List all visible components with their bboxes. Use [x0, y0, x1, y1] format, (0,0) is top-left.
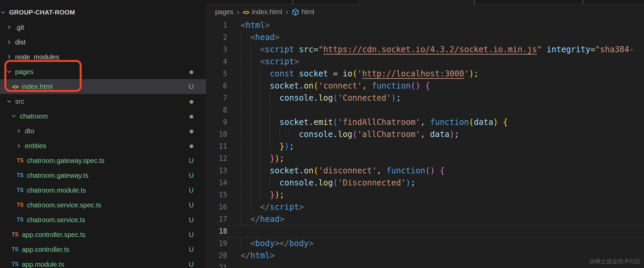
- line-number: 15: [206, 189, 227, 201]
- tab-partial-4[interactable]: [583, 0, 644, 5]
- item-label: dto: [25, 127, 34, 135]
- breadcrumb-item-index-html[interactable]: <>index.html: [243, 8, 282, 16]
- project-root-header[interactable]: GROUP-CHAT-ROOM: [0, 5, 206, 20]
- symbol-cube-icon: [291, 8, 301, 16]
- sidebar-item-app-controller-spec-ts[interactable]: TSapp.controller.spec.tsU: [0, 227, 206, 242]
- line-number: 21: [206, 262, 227, 268]
- sidebar-item-chatroom-service-ts[interactable]: TSchatroom.service.tsU: [0, 212, 206, 227]
- chevron-right-icon: [6, 24, 12, 30]
- code-line-5[interactable]: 5 const socket = io('http://localhost:30…: [206, 68, 644, 80]
- line-content: <html>: [227, 19, 644, 31]
- chevron-right-icon: [16, 143, 22, 149]
- git-untracked-badge: U: [187, 83, 196, 91]
- code-line-2[interactable]: 2 <head>: [206, 31, 644, 43]
- typescript-file-icon: TS: [16, 172, 25, 178]
- git-untracked-badge: U: [187, 201, 196, 209]
- code-line-4[interactable]: 4 <script>: [206, 56, 644, 68]
- line-content: [227, 262, 644, 268]
- html-file-icon: <>: [11, 83, 19, 90]
- line-content: console.log('Disconnected');: [227, 177, 644, 189]
- line-content: [227, 225, 644, 237]
- code-line-18[interactable]: 18: [206, 225, 644, 237]
- typescript-file-icon: TS: [16, 217, 25, 223]
- code-line-8[interactable]: 8: [206, 104, 644, 116]
- sidebar-item-pages[interactable]: pages: [0, 64, 206, 79]
- sidebar-item-chatroom-service-spec-ts[interactable]: TSchatroom.service.spec.tsU: [0, 198, 206, 212]
- tab-partial-2[interactable]: [293, 0, 357, 5]
- code-line-16[interactable]: 16 </script>: [206, 201, 644, 213]
- sidebar-item-dist[interactable]: dist: [0, 35, 206, 49]
- line-content: <head>: [227, 31, 644, 43]
- typescript-spec-file-icon: TS: [16, 158, 25, 164]
- code-line-9[interactable]: 9 socket.emit('findAllChatroom', functio…: [206, 116, 644, 128]
- sidebar-item-dto[interactable]: dto: [0, 124, 206, 138]
- line-number: 16: [206, 201, 227, 213]
- code-line-12[interactable]: 12 });: [206, 153, 644, 165]
- code-line-14[interactable]: 14 console.log('Disconnected');: [206, 177, 644, 189]
- code-line-10[interactable]: 10 console.log('allChatroom', data);: [206, 128, 644, 140]
- line-number: 4: [206, 56, 227, 68]
- sidebar-item-entities[interactable]: entities: [0, 138, 206, 153]
- sidebar-item-src[interactable]: src: [0, 94, 206, 109]
- sidebar-item-chatroom-gateway-spec-ts[interactable]: TSchatroom.gateway.spec.tsU: [0, 153, 206, 168]
- chevron-right-icon: [6, 39, 12, 45]
- code-editor[interactable]: 1<html>2 <head>3 <script src="https://cd…: [206, 19, 644, 268]
- breadcrumb-label: html: [301, 8, 314, 16]
- line-number: 2: [206, 31, 227, 43]
- sidebar-item-index-html[interactable]: <>index.htmlU: [0, 79, 206, 94]
- breadcrumb-item-pages[interactable]: pages: [215, 8, 234, 16]
- sidebar-item-chatroom-module-ts[interactable]: TSchatroom.module.tsU: [0, 183, 206, 198]
- line-content: </script>: [227, 201, 644, 213]
- git-untracked-dot-badge: [187, 127, 196, 135]
- git-untracked-badge: U: [187, 216, 196, 224]
- code-line-20[interactable]: 20</html>: [206, 249, 644, 262]
- sidebar-item-chatroom[interactable]: chatroom: [0, 109, 206, 124]
- code-line-3[interactable]: 3 <script src="https://cdn.socket.io/4.3…: [206, 43, 644, 56]
- code-line-1[interactable]: 1<html>: [206, 19, 644, 31]
- line-content: <body></body>: [227, 237, 644, 249]
- code-line-17[interactable]: 17 </head>: [206, 213, 644, 225]
- sidebar-item-app-controller-ts[interactable]: TSapp.controller.tsU: [0, 242, 206, 257]
- line-content: });: [227, 153, 644, 165]
- breadcrumb-item-html[interactable]: html: [291, 8, 314, 16]
- editor-pane: pages›<>index.html›html 1<html>2 <head>3…: [206, 0, 644, 268]
- line-content: <script>: [227, 56, 644, 68]
- sidebar-item-node_modules[interactable]: node_modules: [0, 49, 206, 64]
- line-number: 13: [206, 165, 227, 177]
- item-label: chatroom.service.spec.ts: [27, 201, 101, 209]
- sidebar-item--git[interactable]: .git: [0, 20, 206, 35]
- item-label: entities: [25, 142, 46, 150]
- code-line-13[interactable]: 13 socket.on('disconnect', function() {: [206, 165, 644, 177]
- tab-active[interactable]: [357, 0, 474, 5]
- tab-partial-3[interactable]: [475, 0, 582, 5]
- html-file-icon: <>: [243, 8, 249, 16]
- code-line-7[interactable]: 7 console.log('Connected');: [206, 92, 644, 104]
- chevron-down-icon: [11, 113, 17, 119]
- sidebar-item-chatroom-gateway-ts[interactable]: TSchatroom.gateway.tsU: [0, 168, 206, 183]
- item-label: pages: [15, 68, 34, 76]
- line-number: 19: [206, 237, 227, 249]
- line-content: <script src="https://cdn.socket.io/4.3.2…: [227, 43, 644, 56]
- git-untracked-badge: U: [187, 172, 196, 179]
- tab-separator: [582, 0, 583, 4]
- line-number: 6: [206, 80, 227, 92]
- code-line-11[interactable]: 11 });: [206, 140, 644, 153]
- sidebar-item-app-module-ts[interactable]: TSapp.module.tsU: [0, 257, 206, 268]
- code-line-6[interactable]: 6 socket.on('connect', function() {: [206, 80, 644, 92]
- chevron-down-icon: [6, 98, 12, 104]
- code-line-19[interactable]: 19 <body></body>: [206, 237, 644, 249]
- tab-partial-1[interactable]: [206, 0, 292, 5]
- item-label: chatroom: [20, 112, 48, 120]
- line-number: 3: [206, 43, 227, 56]
- breadcrumb: pages›<>index.html›html: [206, 5, 644, 19]
- breadcrumb-separator: ›: [286, 8, 288, 16]
- code-line-21[interactable]: 21: [206, 262, 644, 268]
- line-number: 1: [206, 19, 227, 31]
- line-number: 17: [206, 213, 227, 225]
- line-number: 20: [206, 249, 227, 262]
- line-content: [227, 104, 644, 116]
- code-line-15[interactable]: 15 });: [206, 189, 644, 201]
- typescript-spec-file-icon: TS: [16, 202, 25, 208]
- line-content: socket.on('disconnect', function() {: [227, 165, 644, 177]
- breadcrumb-label: pages: [215, 8, 234, 16]
